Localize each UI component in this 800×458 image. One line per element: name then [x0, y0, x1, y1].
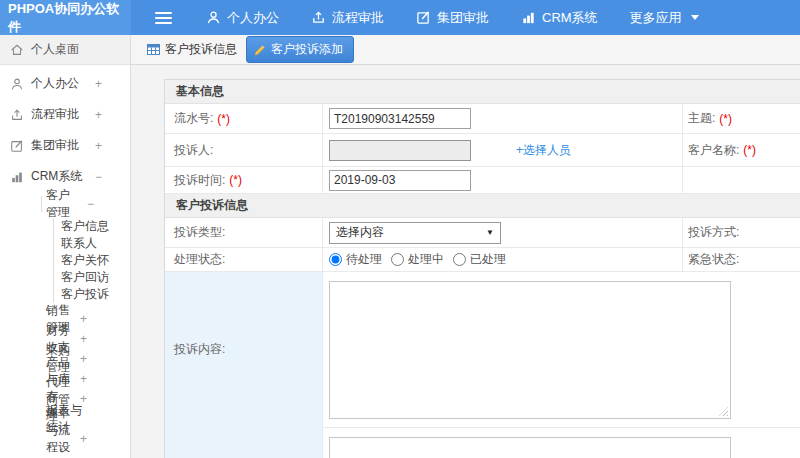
- complainant-input[interactable]: [329, 140, 471, 161]
- menu-toggle-icon[interactable]: [155, 12, 172, 24]
- section-complaint-info: 客户投诉信息: [165, 194, 800, 218]
- sidebar-item-group-approval[interactable]: 集团审批 +: [0, 133, 130, 158]
- sidebar-item-customer-visit[interactable]: 客户回访: [61, 269, 130, 286]
- section-basic-info: 基本信息: [165, 80, 800, 104]
- complaint-method-label: 投诉方式:: [683, 218, 800, 247]
- radio-processed[interactable]: 已处理: [453, 251, 506, 268]
- workflow-icon: [311, 10, 326, 25]
- nav-label: 流程审批: [332, 9, 384, 27]
- tab-bar: 客户投诉信息 客户投诉添加: [131, 35, 800, 65]
- nav-workflow-approval[interactable]: 流程审批: [311, 9, 384, 27]
- collapse-icon[interactable]: −: [87, 197, 94, 211]
- expand-icon[interactable]: +: [95, 108, 102, 122]
- empty-cell: [683, 167, 800, 193]
- sidebar-item-form-workflow-settings[interactable]: 表单与流程设置 +: [0, 429, 130, 449]
- complaint-content-textarea[interactable]: [329, 281, 731, 419]
- complaint-type-label: 投诉类型:: [165, 218, 323, 247]
- customer-management-submenu: 客户信息 联系人 客户关怀 客户回访 客户投诉: [53, 218, 130, 303]
- expand-icon[interactable]: +: [80, 352, 87, 366]
- sidebar-label: 客户管理: [46, 187, 80, 221]
- radio-processing[interactable]: 处理中: [391, 251, 444, 268]
- bar-chart-icon: [521, 10, 536, 25]
- tab-complaint-info[interactable]: 客户投诉信息: [147, 41, 237, 58]
- complaint-time-input[interactable]: [329, 170, 471, 191]
- radio-pending[interactable]: 待处理: [329, 251, 382, 268]
- person-icon: [10, 77, 24, 91]
- nav-crm-system[interactable]: CRM系统: [521, 9, 598, 27]
- complaint-type-select[interactable]: 选择内容 ▼: [329, 222, 501, 244]
- home-icon: [10, 43, 24, 57]
- tab-label: 客户投诉添加: [271, 41, 343, 58]
- top-nav: 个人办公 流程审批 集团审批 CRM系统 更多应用: [206, 9, 699, 27]
- collapse-icon[interactable]: −: [95, 170, 102, 184]
- nav-label: 集团审批: [437, 9, 489, 27]
- main-content: 客户投诉信息 客户投诉添加 基本信息 流水号:(*) 主题:(*): [131, 35, 800, 458]
- urgent-status-label: 紧急状态:: [683, 248, 800, 271]
- app-logo: PHPOA协同办公软件: [0, 0, 131, 35]
- edit-square-icon: [416, 10, 431, 25]
- required-mark: (*): [229, 173, 242, 187]
- expand-icon[interactable]: +: [95, 139, 102, 153]
- complaint-form: 基本信息 流水号:(*) 主题:(*) 投诉人: +选择人员: [164, 79, 800, 458]
- row-handle-status: 处理状态: 待处理 处理中 已处理: [165, 248, 800, 272]
- nav-label: CRM系统: [542, 9, 598, 27]
- sidebar-item-customer-management[interactable]: 客户管理 −: [0, 192, 130, 216]
- row-complainant: 投诉人: +选择人员 客户名称:(*): [165, 134, 800, 167]
- row-complaint-time: 投诉时间:(*): [165, 167, 800, 194]
- sidebar-item-customer-care[interactable]: 客户关怀: [61, 252, 130, 269]
- sidebar-label: 流程审批: [31, 106, 79, 123]
- nav-label: 个人办公: [227, 9, 279, 27]
- sidebar-item-workflow-approval[interactable]: 流程审批 +: [0, 102, 130, 127]
- required-mark: (*): [743, 143, 756, 157]
- row-serial: 流水号:(*) 主题:(*): [165, 104, 800, 134]
- select-value: 选择内容: [336, 224, 384, 241]
- radio-pending-input[interactable]: [329, 253, 342, 266]
- bar-chart-icon: [10, 170, 24, 184]
- expand-icon[interactable]: +: [80, 312, 87, 326]
- serial-label: 流水号:(*): [165, 104, 323, 133]
- tab-label: 客户投诉信息: [165, 41, 237, 58]
- subject-label: 主题:(*): [683, 104, 800, 133]
- handle-status-label: 处理状态:: [165, 248, 323, 271]
- workflow-icon: [10, 108, 24, 122]
- sidebar-label: 集团审批: [31, 137, 79, 154]
- sidebar-label: 个人办公: [31, 75, 79, 92]
- complaint-time-label: 投诉时间:(*): [165, 167, 323, 193]
- required-mark: (*): [719, 112, 732, 126]
- serial-input[interactable]: [329, 108, 471, 129]
- nav-personal-office[interactable]: 个人办公: [206, 9, 279, 27]
- select-personnel-link[interactable]: +选择人员: [516, 142, 571, 159]
- expand-icon[interactable]: +: [95, 77, 102, 91]
- sidebar-item-personal-office[interactable]: 个人办公 +: [0, 71, 130, 96]
- sidebar-item-contacts[interactable]: 联系人: [61, 235, 130, 252]
- complaint-content-label: 投诉内容:: [165, 272, 323, 428]
- required-mark: (*): [217, 112, 230, 126]
- row-complaint-type: 投诉类型: 选择内容 ▼ 投诉方式:: [165, 218, 800, 248]
- expand-icon[interactable]: +: [80, 332, 87, 346]
- nav-label: 更多应用: [630, 9, 682, 27]
- edit-square-icon: [10, 139, 24, 153]
- extra-content-textarea[interactable]: [329, 437, 731, 458]
- nav-more-apps[interactable]: 更多应用: [630, 9, 699, 27]
- complainant-label: 投诉人:: [165, 134, 323, 166]
- nav-group-approval[interactable]: 集团审批: [416, 9, 489, 27]
- tab-complaint-add[interactable]: 客户投诉添加: [246, 36, 354, 63]
- sidebar: 个人桌面 个人办公 + 流程审批 + 集团审批 +: [0, 35, 131, 458]
- sidebar-item-customer-complaint[interactable]: 客户投诉: [61, 286, 130, 303]
- extra-content-label: [165, 428, 323, 458]
- sidebar-label: 个人桌面: [31, 41, 79, 58]
- pencil-icon: [254, 44, 266, 56]
- table-icon: [147, 43, 160, 56]
- sidebar-item-desktop[interactable]: 个人桌面: [0, 35, 130, 65]
- handle-status-radio-group: 待处理 处理中 已处理: [329, 251, 506, 268]
- row-extra-content: [165, 428, 800, 458]
- radio-processed-input[interactable]: [453, 253, 466, 266]
- expand-icon[interactable]: +: [80, 432, 87, 446]
- sidebar-item-crm-system[interactable]: CRM系统 −: [0, 164, 130, 189]
- customer-name-label: 客户名称:(*): [683, 134, 800, 166]
- sidebar-label: CRM系统: [31, 168, 82, 185]
- expand-icon[interactable]: +: [80, 372, 87, 386]
- caret-down-icon: ▼: [486, 228, 494, 237]
- person-icon: [206, 10, 221, 25]
- radio-processing-input[interactable]: [391, 253, 404, 266]
